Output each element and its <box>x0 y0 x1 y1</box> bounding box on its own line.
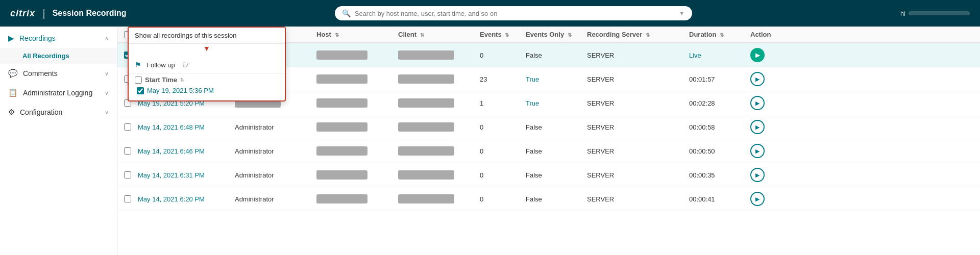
sort-icon-duration: ⇅ <box>720 32 724 38</box>
header-events-only[interactable]: Events Only ⇅ <box>526 31 587 38</box>
row-action: ▶ <box>750 168 791 182</box>
row-events-only: False <box>526 52 587 59</box>
gear-icon: ⚙ <box>8 108 15 117</box>
tooltip-row-checkbox-checked[interactable] <box>137 87 144 94</box>
cursor-icon: ☞ <box>182 59 190 70</box>
tooltip-checkbox[interactable] <box>135 76 142 84</box>
brand-divider: | <box>42 8 45 19</box>
header-duration[interactable]: Duration ⇅ <box>689 31 750 38</box>
row-duration: 00:00:58 <box>689 123 750 131</box>
sidebar-item-configuration[interactable]: ⚙ Configuration ∨ <box>0 103 117 122</box>
row-host <box>316 146 398 156</box>
top-nav: citrix | Session Recording 🔍 ▼ hi <box>0 0 980 27</box>
host-placeholder-block <box>316 194 368 203</box>
row-events-only: False <box>526 195 587 203</box>
row-recording-server: SERVER <box>587 195 689 203</box>
row-checkbox[interactable] <box>124 123 131 131</box>
row-events-only[interactable]: True <box>526 75 587 83</box>
row-events-only[interactable]: True <box>526 99 587 107</box>
row-events-only: False <box>526 147 587 155</box>
tooltip-popup: Show all recordings of this session ▼ ⚑ … <box>128 27 286 101</box>
header-client[interactable]: Client ⇅ <box>398 31 480 38</box>
row-events: 0 <box>480 195 526 203</box>
search-bar-wrapper: 🔍 ▼ <box>147 6 880 20</box>
sidebar: ▶ Recordings ∧ All Recordings 💬 Comments… <box>0 27 117 255</box>
header-recording-server[interactable]: Recording Server ⇅ <box>587 31 689 38</box>
sidebar-item-all-recordings[interactable]: All Recordings <box>0 48 117 64</box>
play-button-outline[interactable]: ▶ <box>750 144 765 158</box>
sidebar-label-recordings: Recordings <box>19 34 56 42</box>
row-events: 23 <box>480 75 526 83</box>
search-bar: 🔍 ▼ <box>335 6 692 20</box>
row-client <box>398 170 480 180</box>
row-client <box>398 50 480 60</box>
chevron-down-icon[interactable]: ▼ <box>679 10 685 17</box>
comments-icon: 💬 <box>8 69 18 78</box>
host-placeholder-block <box>316 122 368 132</box>
play-button-outline[interactable]: ▶ <box>750 96 765 110</box>
row-events: 1 <box>480 99 526 107</box>
client-placeholder-block <box>398 194 454 203</box>
row-duration: 00:02:28 <box>689 99 750 107</box>
user-badge <box>909 11 970 15</box>
row-events: 0 <box>480 123 526 131</box>
table-row: May 14, 2021 6:31 PMAdministrator0FalseS… <box>117 163 980 187</box>
row-duration: 00:00:50 <box>689 147 750 155</box>
play-button-outline[interactable]: ▶ <box>750 168 765 182</box>
citrix-logo: citrix <box>10 8 35 19</box>
tooltip-start-time-label: Start Time <box>145 76 177 84</box>
row-start-time[interactable]: May 14, 2021 6:48 PM <box>138 123 235 131</box>
row-user: Administrator <box>235 195 316 203</box>
sort-icon-server: ⇅ <box>646 32 650 38</box>
row-duration[interactable]: Live <box>689 52 750 59</box>
header-host[interactable]: Host ⇅ <box>316 31 398 38</box>
client-placeholder-block <box>398 98 454 108</box>
row-recording-server: SERVER <box>587 171 689 179</box>
tooltip-body: ⚑ Follow up ☞ Start Time ⇅ May 19, 2021 … <box>129 53 285 100</box>
sidebar-item-recordings[interactable]: ▶ Recordings ∧ <box>0 29 117 48</box>
row-checkbox[interactable] <box>124 195 131 202</box>
sidebar-label-all-recordings: All Recordings <box>22 52 69 60</box>
header-action: Action <box>750 31 791 38</box>
table-row: May 14, 2021 6:20 PMAdministrator0FalseS… <box>117 187 980 211</box>
chevron-right-icon-3: ∨ <box>105 109 109 116</box>
row-client <box>398 194 480 203</box>
table-row: May 14, 2021 6:48 PMAdministrator0FalseS… <box>117 115 980 139</box>
row-checkbox[interactable] <box>124 147 131 155</box>
search-icon: 🔍 <box>342 9 351 17</box>
app-title: Session Recording <box>53 9 127 18</box>
play-button-outline[interactable]: ▶ <box>750 192 765 206</box>
host-placeholder-block <box>316 98 368 108</box>
row-checkbox[interactable] <box>124 171 131 178</box>
client-placeholder-block <box>398 170 454 180</box>
tooltip-row-flag[interactable]: ⚑ Follow up ☞ <box>129 56 285 73</box>
row-start-time[interactable]: May 14, 2021 6:20 PM <box>138 195 235 203</box>
row-client <box>398 98 480 108</box>
row-start-time[interactable]: May 14, 2021 6:31 PM <box>138 171 235 179</box>
row-checkbox-cell <box>117 123 138 131</box>
row-events: 0 <box>480 52 526 59</box>
sidebar-label-admin-logging: Administrator Logging <box>23 89 92 97</box>
row-duration: 00:00:41 <box>689 195 750 203</box>
row-duration: 00:01:57 <box>689 75 750 83</box>
row-client <box>398 122 480 132</box>
play-button-green[interactable]: ▶ <box>750 48 765 62</box>
play-button-outline[interactable]: ▶ <box>750 72 765 86</box>
row-start-time[interactable]: May 14, 2021 6:46 PM <box>138 147 235 155</box>
sidebar-item-admin-logging[interactable]: 📋 Administrator Logging ∨ <box>0 83 117 103</box>
row-client <box>398 146 480 156</box>
sidebar-item-comments[interactable]: 💬 Comments ∨ <box>0 64 117 83</box>
row-action: ▶ <box>750 120 791 134</box>
search-input[interactable] <box>355 10 675 17</box>
play-button-outline[interactable]: ▶ <box>750 120 765 134</box>
client-placeholder-block <box>398 74 454 84</box>
header-events[interactable]: Events ⇅ <box>480 31 526 38</box>
row-action: ▶ <box>750 192 791 206</box>
brand: citrix | Session Recording <box>10 8 127 19</box>
host-placeholder-block <box>316 170 368 180</box>
sort-icon-events-only: ⇅ <box>568 32 572 38</box>
row-user: Administrator <box>235 171 316 179</box>
row-recording-server: SERVER <box>587 99 689 107</box>
table-row: May 14, 2021 6:46 PMAdministrator0FalseS… <box>117 139 980 163</box>
chevron-right-icon-2: ∨ <box>105 90 109 96</box>
